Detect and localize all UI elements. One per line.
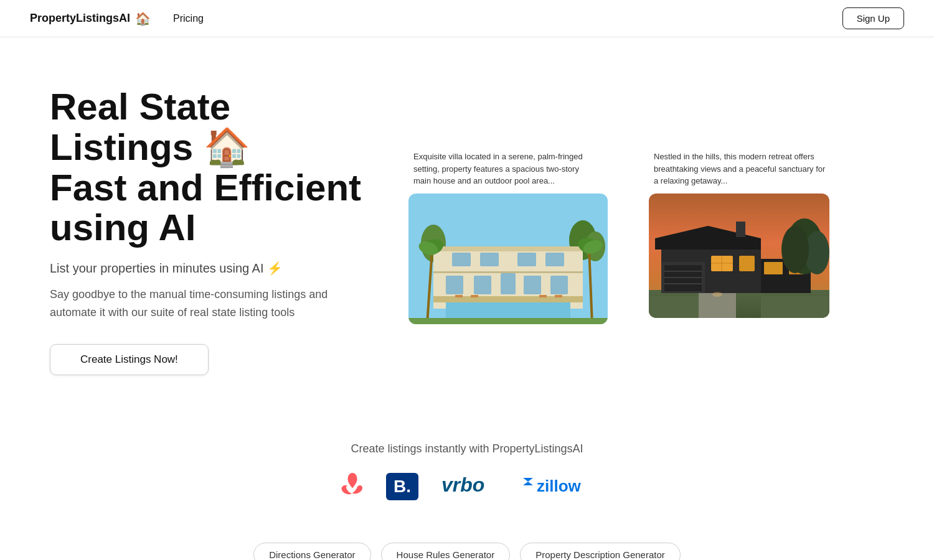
svg-rect-45 <box>764 262 783 274</box>
home-icon: 🏠 <box>135 11 151 26</box>
svg-rect-13 <box>501 273 516 294</box>
svg-rect-11 <box>446 276 463 294</box>
cta-button[interactable]: Create Listings Now! <box>50 344 209 375</box>
hero-section: Real State Listings 🏠 Fast and Efficient… <box>0 37 934 413</box>
airbnb-logo <box>339 470 366 502</box>
svg-rect-7 <box>480 253 499 266</box>
vrbo-text: vrbo <box>438 470 501 503</box>
zillow-logo: zillow <box>521 473 595 500</box>
hero-desc: Say goodbye to the manual time-consuming… <box>50 286 374 322</box>
svg-point-50 <box>781 226 809 273</box>
logos-title: Create listings instantly with PropertyL… <box>30 442 904 455</box>
zillow-svg: zillow <box>521 473 595 500</box>
hero-right: Exquisite villa located in a serene, pal… <box>403 133 884 329</box>
nav-left: PropertyListingsAI 🏠 Pricing <box>30 11 204 26</box>
brand-link[interactable]: PropertyListingsAI 🏠 <box>30 11 151 26</box>
logos-section: Create listings instantly with PropertyL… <box>0 413 934 528</box>
svg-rect-47 <box>736 222 745 237</box>
svg-rect-19 <box>455 295 463 297</box>
pricing-link[interactable]: Pricing <box>173 13 204 24</box>
hero-left: Real State Listings 🏠 Fast and Efficient… <box>50 87 374 375</box>
booking-b-icon: B. <box>394 477 411 497</box>
svg-rect-20 <box>471 295 478 297</box>
modern-card: Nestled in the hills, this modern retrea… <box>644 146 884 323</box>
svg-rect-17 <box>446 299 570 321</box>
svg-rect-21 <box>539 295 547 297</box>
svg-rect-5 <box>433 246 583 251</box>
property-desc-chip[interactable]: Property Description Generator <box>520 543 681 560</box>
svg-rect-51 <box>649 296 699 318</box>
modern-image <box>649 194 829 318</box>
svg-rect-12 <box>474 276 491 294</box>
svg-rect-15 <box>550 276 568 294</box>
airbnb-icon <box>339 470 366 502</box>
svg-rect-10 <box>433 271 583 273</box>
villa-card: Exquisite villa located in a serene, pal… <box>403 146 644 329</box>
svg-point-53 <box>712 292 722 297</box>
logos-row: B. vrbo zillow <box>30 470 904 503</box>
villa-description: Exquisite villa located in a serene, pal… <box>408 151 595 194</box>
svg-rect-52 <box>761 296 829 318</box>
svg-rect-14 <box>524 276 541 294</box>
svg-rect-41 <box>739 256 755 271</box>
directions-chip[interactable]: Directions Generator <box>253 543 370 560</box>
villa-image <box>408 194 608 324</box>
svg-rect-8 <box>517 253 536 266</box>
villa-svg <box>408 194 608 324</box>
hero-title: Real State Listings 🏠 Fast and Efficient… <box>50 87 374 248</box>
house-rules-chip[interactable]: House Rules Generator <box>381 543 511 560</box>
svg-text:vrbo: vrbo <box>441 474 484 496</box>
svg-rect-9 <box>545 253 564 266</box>
hero-subtitle: List your properties in minutes using AI… <box>50 261 374 276</box>
navbar: PropertyListingsAI 🏠 Pricing Sign Up <box>0 0 934 37</box>
brand-name: PropertyListingsAI <box>30 12 130 25</box>
svg-rect-22 <box>555 295 562 297</box>
svg-rect-29 <box>408 318 608 324</box>
modern-description: Nestled in the hills, this modern retrea… <box>649 151 836 194</box>
svg-text:zillow: zillow <box>537 477 582 495</box>
signup-button[interactable]: Sign Up <box>842 7 904 29</box>
svg-rect-35 <box>664 265 702 291</box>
booking-logo: B. <box>386 473 418 500</box>
svg-rect-6 <box>452 253 471 266</box>
modern-svg <box>649 194 829 318</box>
vrbo-logo: vrbo <box>438 470 501 503</box>
svg-marker-55 <box>523 478 533 485</box>
chips-section: Directions Generator House Rules Generat… <box>0 528 934 560</box>
